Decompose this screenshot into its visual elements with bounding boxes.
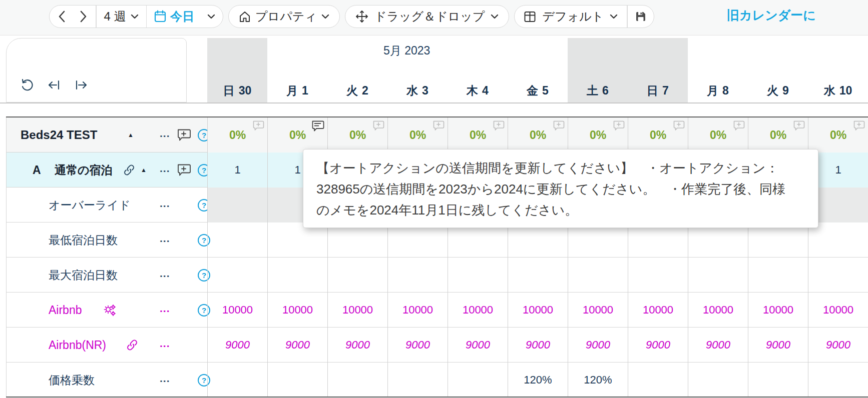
add-note-icon[interactable] [177,128,191,144]
calendar-cell[interactable] [688,258,748,292]
calendar-cell[interactable]: 0% [387,118,448,152]
calendar-cell[interactable]: 10000 [628,292,688,328]
calendar-cell[interactable]: 9000 [267,328,327,362]
calendar-cell[interactable]: 0% [568,118,628,152]
calendar-cell[interactable]: 10000 [267,292,327,328]
minstay-row-label[interactable]: 最低宿泊日数 ... ? [6,222,207,258]
jump-start-icon[interactable] [48,79,61,91]
calendar-cell[interactable] [387,258,448,292]
calendar-cell[interactable]: 9000 [327,328,387,362]
day-header[interactable]: 水3 [387,79,448,102]
add-note-icon[interactable] [793,120,805,133]
collapse-icon[interactable]: ▲ [128,118,134,152]
day-header[interactable]: 火9 [748,79,808,102]
calendar-cell[interactable]: 0% [688,118,748,152]
calendar-cell[interactable]: 10000 [808,292,868,328]
add-note-icon[interactable] [613,120,625,133]
calendar-cell[interactable]: 10000 [387,292,448,328]
multiplier-row-label[interactable]: 価格乗数 ... ? [6,362,207,398]
calendar-cell[interactable]: 9000 [448,328,508,362]
calendar-cell[interactable]: 1 [207,152,267,188]
day-header[interactable]: 水10 [808,79,868,102]
row-menu-icon[interactable]: ... [160,362,170,394]
calendar-cell[interactable]: 10000 [688,292,748,328]
calendar-cell[interactable]: 10000 [207,292,267,328]
calendar-cell[interactable]: 0% [508,118,568,152]
calendar-cell[interactable]: 10000 [448,292,508,328]
day-header[interactable]: 木4 [448,79,508,102]
airbnb-nr-row-label[interactable]: Airbnb(NR) ... [6,328,207,362]
gears-icon[interactable] [103,304,117,318]
calendar-cell[interactable]: 10000 [748,292,808,328]
row-menu-icon[interactable]: ... [160,152,170,184]
maxstay-row-label[interactable]: 最大宿泊日数 ... ? [6,258,207,292]
calendar-cell[interactable]: 0% [267,118,327,152]
room-row-label[interactable]: A 通常の宿泊 ▲ ... ? [6,152,207,188]
jump-end-icon[interactable] [75,79,88,91]
undo-icon[interactable] [21,78,34,92]
calendar-cell[interactable] [748,258,808,292]
view-selector[interactable]: デフォルト [515,5,627,28]
calendar-cell[interactable] [808,362,868,398]
collapse-icon[interactable]: ▲ [141,152,147,188]
calendar-cell[interactable] [207,362,267,398]
calendar-cell[interactable]: 9000 [207,328,267,362]
calendar-cell[interactable] [628,362,688,398]
calendar-cell[interactable] [628,258,688,292]
calendar-cell[interactable]: 120% [568,362,628,398]
add-note-icon[interactable] [553,120,565,133]
add-note-icon[interactable] [673,120,685,133]
calendar-cell[interactable] [207,258,267,292]
day-header[interactable]: 日30 [207,79,267,102]
calendar-cell[interactable]: 9000 [748,328,808,362]
weeks-selector[interactable]: 4 週 [97,5,146,28]
airbnb-row-label[interactable]: Airbnb ... ? [6,292,207,328]
add-note-icon[interactable] [493,120,505,133]
calendar-cell[interactable]: 0% [808,118,868,152]
calendar-cell[interactable]: 10000 [327,292,387,328]
calendar-cell[interactable] [267,258,327,292]
day-header[interactable]: 日7 [628,79,688,102]
day-header[interactable]: 月1 [267,79,327,102]
add-note-icon[interactable] [432,120,445,133]
calendar-cell[interactable] [207,188,267,222]
old-calendar-link[interactable]: 旧カレンダーに [727,7,816,24]
calendar-cell[interactable] [748,362,808,398]
calendar-cell[interactable] [267,362,327,398]
row-menu-icon[interactable]: ... [160,258,170,290]
calendar-cell[interactable]: 9000 [688,328,748,362]
calendar-cell[interactable]: 120% [508,362,568,398]
calendar-cell[interactable] [688,362,748,398]
today-selector[interactable]: 今日 [147,5,223,28]
calendar-cell[interactable] [508,258,568,292]
day-header[interactable]: 金5 [508,79,568,102]
add-note-icon[interactable] [733,120,745,133]
calendar-cell[interactable] [568,258,628,292]
row-menu-icon[interactable]: ... [160,118,170,150]
calendar-cell[interactable]: 10000 [508,292,568,328]
row-menu-icon[interactable]: ... [160,292,170,324]
property-pill[interactable]: プロパティ [228,5,340,28]
calendar-cell[interactable]: 0% [448,118,508,152]
calendar-cell[interactable] [327,362,387,398]
note-icon[interactable] [311,120,325,134]
calendar-cell[interactable] [808,258,868,292]
calendar-cell[interactable] [387,362,448,398]
row-menu-icon[interactable]: ... [160,222,170,254]
calendar-cell[interactable] [207,222,267,258]
calendar-cell[interactable]: 0% [628,118,688,152]
calendar-cell[interactable] [448,258,508,292]
row-menu-icon[interactable]: ... [160,188,170,220]
calendar-cell[interactable]: 9000 [568,328,628,362]
dragdrop-pill[interactable]: ドラッグ＆ドロップ [345,5,510,28]
save-view-button[interactable] [628,5,654,28]
calendar-cell[interactable]: 9000 [628,328,688,362]
calendar-cell[interactable]: 9000 [508,328,568,362]
calendar-cell[interactable] [448,362,508,398]
add-note-icon[interactable] [252,120,265,133]
day-header[interactable]: 土6 [568,79,628,102]
day-header[interactable]: 火2 [327,79,387,102]
add-note-icon[interactable] [853,120,865,133]
day-header[interactable]: 月8 [688,79,748,102]
override-row-label[interactable]: オーバーライド ... ? [6,188,207,222]
